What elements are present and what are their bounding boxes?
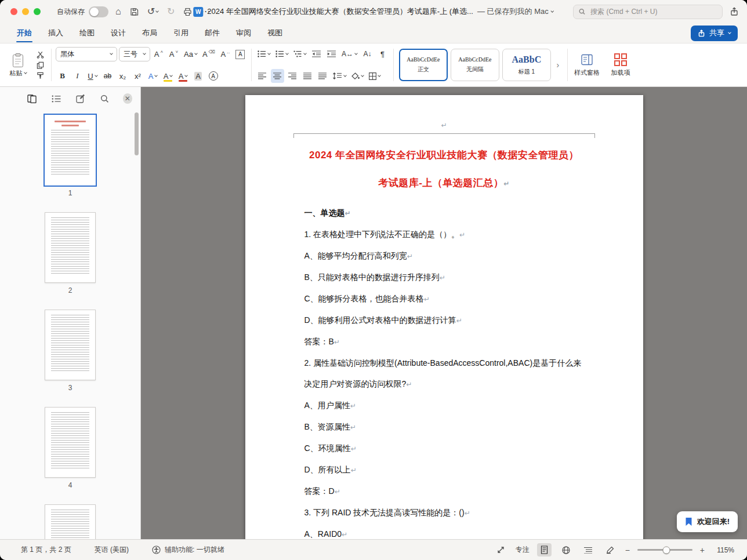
subscript-button[interactable]: x₂ (116, 69, 129, 83)
thumbnail-image[interactable] (45, 115, 96, 186)
numbered-list-button[interactable] (274, 47, 290, 61)
font-size-combo[interactable]: 三号 (119, 47, 150, 61)
zoom-percentage[interactable]: 115% (712, 546, 734, 554)
tab-home[interactable]: 开始 (9, 24, 39, 42)
find-button[interactable] (99, 92, 111, 106)
doc-heading[interactable]: 一、单选题↵ (304, 202, 643, 224)
welcome-back-toast[interactable]: 欢迎回来! (677, 511, 738, 532)
sidebar-scrollbar[interactable] (135, 112, 139, 155)
align-center-button[interactable] (271, 69, 284, 83)
style-normal[interactable]: AaBbCcDdEe 正文 (399, 49, 448, 81)
change-case-button[interactable]: Aa (182, 48, 199, 61)
language-status[interactable]: 英语 (美国) (95, 545, 129, 555)
saved-status[interactable]: — 已保存到我的 Mac (477, 6, 554, 17)
show-formatting-marks-button[interactable]: ¶ (376, 47, 389, 61)
bullet-list-button[interactable] (256, 47, 272, 61)
document-title-line-2[interactable]: 考试题库-上（单选题汇总）↵ (245, 173, 643, 194)
home-icon[interactable]: ⌂ (115, 7, 121, 16)
outline-view-button[interactable] (581, 543, 596, 557)
doc-paragraph[interactable]: 决定用户对资源的访问权限?↵ (304, 373, 643, 395)
decrease-indent-button[interactable] (310, 47, 323, 61)
tab-view[interactable]: 视图 (260, 24, 290, 42)
cut-button[interactable] (34, 49, 46, 60)
page-number-status[interactable]: 第 1 页，共 2 页 (21, 545, 71, 555)
zoom-out-button[interactable]: − (625, 546, 630, 555)
zoom-window-button[interactable] (34, 8, 41, 15)
doc-paragraph[interactable]: 3. 下列 RAID 技术无法提高读写性能的是：()↵ (304, 502, 643, 523)
borders-button[interactable] (367, 69, 382, 83)
doc-paragraph[interactable]: A、能够平均分配行高和列宽↵ (304, 245, 643, 267)
document-title-line-1[interactable]: 2024 年全国网络安全行业职业技能大赛（数据安全管理员） (245, 145, 643, 166)
print-layout-view-button[interactable] (537, 543, 552, 557)
doc-paragraph[interactable]: B、资源属性↵ (304, 416, 643, 438)
share-icon[interactable] (730, 7, 739, 16)
close-sidebar-button[interactable]: ✕ (123, 93, 132, 104)
tab-insert[interactable]: 插入 (41, 24, 71, 42)
thumbnail-page-4[interactable]: 4 (45, 407, 96, 504)
doc-paragraph[interactable]: D、所有以上↵ (304, 459, 643, 481)
doc-paragraph[interactable]: A、用户属性↵ (304, 395, 643, 416)
doc-paragraph[interactable]: C、能够拆分表格，也能合并表格↵ (304, 288, 643, 310)
search-input[interactable] (589, 7, 717, 16)
doc-paragraph[interactable]: A、RAID0↵ (304, 523, 643, 539)
doc-paragraph[interactable]: D、能够利用公式对表格中的数据进行计算↵ (304, 310, 643, 331)
strikethrough-button[interactable]: ab (101, 69, 114, 83)
tab-mailings[interactable]: 邮件 (197, 24, 227, 42)
minimize-window-button[interactable] (22, 8, 29, 15)
tab-references[interactable]: 引用 (166, 24, 196, 42)
autosave-toggle[interactable] (89, 6, 108, 17)
thumbnails-view-button[interactable] (26, 92, 38, 106)
thumbnail-page-1[interactable]: 1 (45, 115, 96, 212)
clear-formatting-button[interactable]: A⌫ (201, 48, 217, 61)
thumbnail-page-5[interactable]: 5 (45, 504, 96, 539)
save-icon[interactable] (130, 8, 139, 16)
multilevel-list-button[interactable] (292, 47, 308, 61)
search-field[interactable] (573, 5, 723, 19)
font-color-button[interactable]: A (176, 69, 190, 83)
close-window-button[interactable] (10, 8, 17, 15)
increase-indent-button[interactable] (325, 47, 338, 61)
draft-view-button[interactable] (603, 543, 618, 557)
addins-button[interactable]: 加载项 (605, 47, 636, 83)
justify-button[interactable] (301, 69, 314, 83)
share-button[interactable]: 共享 (691, 26, 738, 41)
doc-answer[interactable]: 答案：B↵ (304, 331, 643, 352)
focus-expand-button[interactable] (494, 543, 508, 557)
distribute-text-button[interactable] (316, 69, 329, 83)
paste-button[interactable]: 粘贴 (5, 47, 31, 83)
phonetic-guide-button[interactable]: A‥ (219, 48, 232, 61)
align-right-button[interactable] (286, 69, 299, 83)
enclose-character-button[interactable]: A (206, 69, 220, 83)
doc-answer[interactable]: 答案：D↵ (304, 481, 643, 502)
text-effects-button[interactable]: A (146, 69, 159, 83)
style-no-spacing[interactable]: AaBbCcDdEe 无间隔 (451, 49, 499, 81)
copy-button[interactable] (34, 60, 46, 70)
web-layout-view-button[interactable] (559, 543, 574, 557)
headings-view-button[interactable] (50, 92, 63, 106)
character-shading-button[interactable]: A (191, 69, 205, 83)
doc-paragraph[interactable]: 2. 属性基础访问控制模型(Attribute-BasedAccessContr… (304, 352, 643, 373)
tab-layout[interactable]: 布局 (135, 24, 165, 42)
font-name-combo[interactable]: 黑体 (56, 47, 117, 61)
undo-button[interactable]: ↺ (147, 7, 158, 16)
thumbnail-image[interactable] (45, 407, 96, 478)
sort-button[interactable]: A↓ (361, 47, 374, 61)
tab-draw[interactable]: 绘图 (72, 24, 102, 42)
doc-paragraph[interactable]: B、只能对表格中的数据进行升序排列↵ (304, 267, 643, 288)
highlight-button[interactable]: A (161, 69, 175, 83)
grow-font-button[interactable]: A˄ (152, 48, 165, 61)
doc-paragraph[interactable]: 1. 在表格处理中下列说法不正确的是（）。↵ (304, 224, 643, 245)
format-painter-button[interactable] (34, 70, 46, 81)
zoom-in-button[interactable]: + (700, 546, 705, 555)
character-border-button[interactable]: A (234, 48, 247, 61)
styles-gallery-more-button[interactable]: › (554, 49, 562, 81)
style-pane-button[interactable]: 样式窗格 (572, 47, 602, 83)
tab-review[interactable]: 审阅 (229, 24, 259, 42)
zoom-slider[interactable] (637, 549, 692, 551)
thumbnail-image[interactable] (45, 212, 96, 283)
shrink-font-button[interactable]: A˅ (167, 48, 180, 61)
thumbnail-image[interactable] (45, 310, 96, 380)
style-heading-1[interactable]: AaBbC 标题 1 (502, 49, 551, 81)
shading-button[interactable] (350, 69, 365, 83)
superscript-button[interactable]: x² (131, 69, 144, 83)
